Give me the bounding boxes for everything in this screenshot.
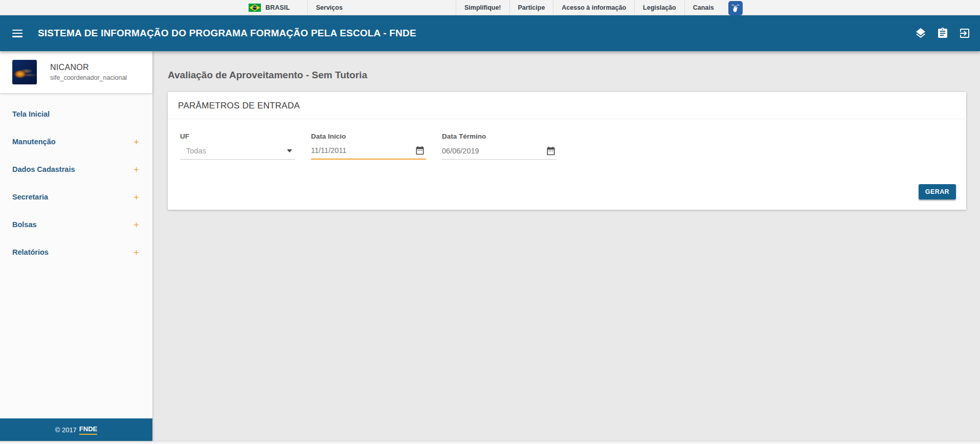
govbar-left-group: BRASIL Serviços xyxy=(249,0,351,15)
sidebar-item-label: Tela Inicial xyxy=(12,110,139,118)
page-bottom-strip xyxy=(0,441,980,444)
header-icon-group xyxy=(915,27,971,39)
data-inicio-label: Data Início xyxy=(311,132,426,140)
sidebar-item-label: Relatórios xyxy=(12,248,133,256)
sidebar-footer: © 2017 FNDE xyxy=(0,418,152,441)
govbar-right-group: Simplifique! Participe Acesso à informaç… xyxy=(456,0,743,15)
govbar-item-participe[interactable]: Participe xyxy=(509,0,553,15)
sidebar-item-label: Bolsas xyxy=(12,220,133,229)
sidebar-item-tela-inicial[interactable]: Tela Inicial xyxy=(0,100,152,128)
sidebar-item-label: Dados Cadastrais xyxy=(12,165,133,173)
card-title: PARÂMETROS DE ENTRADA xyxy=(168,92,966,119)
data-termino-value: 06/06/2019 xyxy=(442,147,546,155)
data-inicio-field: Data Início 11/11/2011 xyxy=(311,132,426,160)
app-title: SISTEMA DE INFORMAÇÃO DO PROGRAMA FORMAÇ… xyxy=(38,28,416,39)
logout-icon[interactable] xyxy=(959,27,971,39)
uf-field: UF Todas xyxy=(180,132,295,160)
sidebar-item-label: Manutenção xyxy=(12,138,133,146)
app-header: SISTEMA DE INFORMAÇÃO DO PROGRAMA FORMAÇ… xyxy=(0,15,980,51)
brazil-flag-icon xyxy=(249,4,261,12)
fnde-link[interactable]: FNDE xyxy=(79,425,97,435)
vlibras-hands-icon xyxy=(730,3,741,13)
govbar-item-simplifique[interactable]: Simplifique! xyxy=(456,0,509,15)
main-panel: Avaliação de Aproveitamento - Sem Tutori… xyxy=(152,51,980,441)
govbar-item-acesso-informacao[interactable]: Acesso à informação xyxy=(553,0,634,15)
card-body: UF Todas Data Início 11/11/2011 xyxy=(168,119,966,210)
expand-plus-icon: + xyxy=(133,192,139,202)
layers-icon[interactable] xyxy=(915,27,927,39)
content-area: NICANOR sife_coordenador_nacional Tela I… xyxy=(0,51,980,441)
user-name: NICANOR xyxy=(50,63,127,72)
govbar-brand-label: BRASIL xyxy=(265,4,290,11)
user-panel: NICANOR sife_coordenador_nacional xyxy=(0,51,152,93)
calendar-icon[interactable] xyxy=(546,146,556,156)
avatar xyxy=(12,60,37,84)
sidebar-item-dados-cadastrais[interactable]: Dados Cadastrais + xyxy=(0,156,152,183)
card-actions: GERAR xyxy=(180,184,956,199)
sidebar-item-relatorios[interactable]: Relatórios + xyxy=(0,238,152,266)
vlibras-accessibility-button[interactable] xyxy=(728,1,743,15)
calendar-icon[interactable] xyxy=(415,145,425,156)
copyright-text: © 2017 xyxy=(55,426,77,434)
page-title: Avaliação de Aproveitamento - Sem Tutori… xyxy=(168,70,980,81)
data-inicio-input[interactable]: 11/11/2011 xyxy=(311,142,426,160)
sidebar: NICANOR sife_coordenador_nacional Tela I… xyxy=(0,51,152,441)
government-top-bar: BRASIL Serviços Simplifique! Participe A… xyxy=(0,0,980,15)
sidebar-menu: Tela Inicial Manutenção + Dados Cadastra… xyxy=(0,93,152,418)
uf-label: UF xyxy=(180,132,295,140)
parameters-card: PARÂMETROS DE ENTRADA UF Todas Data Iníc… xyxy=(168,92,966,210)
data-termino-field: Data Término 06/06/2019 xyxy=(442,132,557,160)
uf-selected-value: Todas xyxy=(180,147,287,155)
fields-row: UF Todas Data Início 11/11/2011 xyxy=(180,132,956,160)
data-termino-input[interactable]: 06/06/2019 xyxy=(442,142,557,160)
gerar-button[interactable]: GERAR xyxy=(919,184,956,199)
sidebar-item-label: Secretaria xyxy=(12,193,133,201)
data-termino-label: Data Término xyxy=(442,132,557,140)
user-text: NICANOR sife_coordenador_nacional xyxy=(50,63,127,81)
chevron-down-icon xyxy=(287,149,292,152)
sidebar-item-bolsas[interactable]: Bolsas + xyxy=(0,211,152,238)
menu-hamburger-icon[interactable] xyxy=(12,30,23,37)
expand-plus-icon: + xyxy=(133,137,139,147)
expand-plus-icon: + xyxy=(133,165,139,174)
govbar-item-canais[interactable]: Canais xyxy=(684,0,722,15)
govbar-item-servicos[interactable]: Serviços xyxy=(308,0,351,15)
expand-plus-icon: + xyxy=(133,248,139,257)
user-role: sife_coordenador_nacional xyxy=(50,74,127,81)
sidebar-item-manutencao[interactable]: Manutenção + xyxy=(0,128,152,156)
uf-select[interactable]: Todas xyxy=(180,142,295,160)
clipboard-report-icon[interactable] xyxy=(937,27,949,39)
data-inicio-value: 11/11/2011 xyxy=(311,146,415,154)
expand-plus-icon: + xyxy=(133,220,139,230)
sidebar-item-secretaria[interactable]: Secretaria + xyxy=(0,183,152,211)
govbar-item-legislacao[interactable]: Legislação xyxy=(634,0,684,15)
